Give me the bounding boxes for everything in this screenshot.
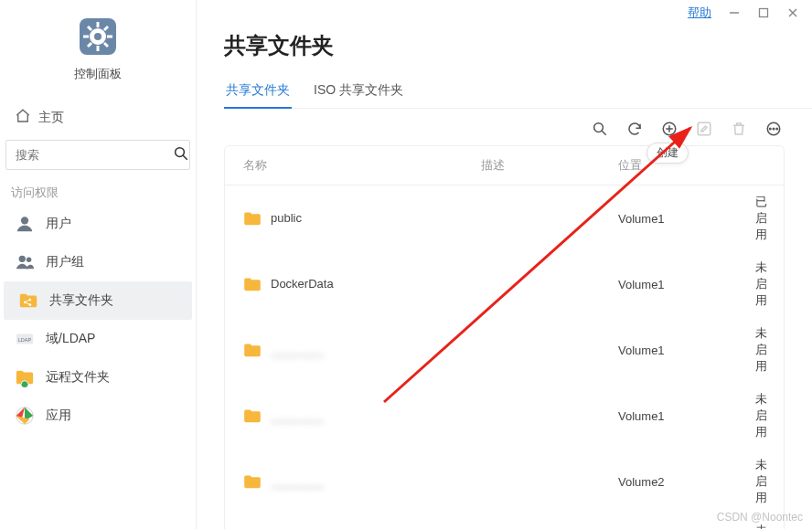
svg-point-17: [21, 217, 28, 224]
table-row[interactable]: DockerDataVolume1未启用: [225, 251, 784, 317]
ldap-icon: LDAP: [15, 329, 35, 349]
app-icon: [78, 16, 118, 57]
row-name: DockerData: [271, 277, 334, 291]
col-loc[interactable]: 位置: [618, 157, 755, 174]
row-status: 未启用: [755, 391, 767, 440]
edit-button[interactable]: [695, 120, 713, 138]
table-row[interactable]: ________Volume1未启用: [225, 383, 784, 449]
folder-icon: [243, 211, 262, 226]
sidebar-item-label: 用户: [46, 216, 71, 232]
tooltip-create: 创建: [646, 143, 689, 164]
sidebar-home-label: 主页: [38, 110, 64, 126]
col-desc[interactable]: 描述: [481, 157, 618, 174]
sidebar-item-remote-folder[interactable]: 远程文件夹: [0, 358, 196, 397]
row-location: Volume1: [618, 278, 755, 291]
page-title: 共享文件夹: [224, 31, 812, 60]
search-icon: [173, 145, 189, 164]
col-status[interactable]: [755, 157, 765, 174]
sidebar-home[interactable]: 主页: [0, 102, 196, 132]
sidebar: 控制面板 主页 访问权限 用户 用户组 共享文件夹 LDAP 域/LDAP 远程…: [0, 0, 197, 529]
app-title: 控制面板: [0, 66, 196, 82]
table-row[interactable]: publicVolume1已启用: [225, 185, 784, 251]
svg-point-38: [776, 128, 778, 130]
row-status: 未启用: [755, 457, 767, 506]
row-name: ________: [271, 408, 324, 422]
sidebar-item-label: 共享文件夹: [49, 292, 113, 309]
home-icon: [15, 108, 31, 127]
svg-point-19: [27, 258, 32, 263]
svg-line-16: [183, 155, 187, 160]
folder-icon: [243, 343, 262, 357]
svg-point-6: [94, 33, 102, 40]
search-button[interactable]: [591, 120, 609, 138]
svg-text:LDAP: LDAP: [18, 337, 32, 343]
sidebar-item-apps[interactable]: 应用: [0, 397, 196, 435]
tabs: 共享文件夹 ISO 共享文件夹: [224, 77, 812, 109]
refresh-button[interactable]: [625, 120, 644, 138]
row-name: ________: [271, 343, 324, 356]
table-header: 名称 描述 位置: [225, 146, 784, 185]
svg-point-29: [594, 123, 604, 132]
folder-icon: [243, 408, 262, 423]
row-location: Volume2: [618, 475, 755, 489]
apps-icon: [15, 406, 35, 426]
row-location: Volume1: [618, 212, 755, 226]
table-row[interactable]: ________Volume1未启用: [225, 514, 784, 529]
sidebar-item-group[interactable]: 用户组: [0, 243, 196, 281]
delete-button[interactable]: [730, 120, 748, 138]
svg-point-36: [770, 128, 772, 130]
row-name: public: [271, 211, 302, 225]
shared-folder-icon: [18, 291, 38, 311]
col-name[interactable]: 名称: [243, 157, 481, 174]
sidebar-item-label: 应用: [46, 407, 71, 424]
toolbar: [224, 109, 812, 145]
remote-folder-icon: [15, 367, 35, 387]
tab-iso-shared-folder[interactable]: ISO 共享文件夹: [312, 77, 405, 108]
group-icon: [15, 252, 35, 272]
svg-point-18: [19, 256, 26, 262]
row-location: Volume1: [618, 344, 755, 357]
sidebar-section-label: 访问权限: [0, 177, 196, 205]
folder-icon: [243, 277, 262, 291]
sidebar-item-ldap[interactable]: LDAP 域/LDAP: [0, 320, 196, 358]
folder-icon: [243, 474, 262, 489]
row-status: 已启用: [755, 194, 767, 243]
search-input[interactable]: [12, 144, 173, 165]
table-row[interactable]: ________Volume1未启用: [225, 317, 784, 383]
row-status: 未启用: [755, 325, 767, 375]
user-icon: [15, 214, 35, 234]
sidebar-item-shared-folder[interactable]: 共享文件夹: [4, 281, 192, 320]
row-status: 未启用: [755, 523, 767, 529]
svg-point-37: [773, 128, 775, 130]
watermark: CSDN @Noontec: [717, 511, 803, 524]
row-name: ________: [271, 474, 324, 488]
sidebar-item-label: 远程文件夹: [46, 369, 110, 386]
tab-shared-folder[interactable]: 共享文件夹: [224, 77, 292, 108]
more-button[interactable]: [764, 120, 783, 138]
sidebar-item-label: 用户组: [46, 254, 84, 270]
main-content: 共享文件夹 共享文件夹 ISO 共享文件夹 名称 描述 位置 publicVol…: [197, 0, 812, 529]
sidebar-item-label: 域/LDAP: [46, 331, 95, 347]
add-button[interactable]: [660, 120, 678, 138]
svg-rect-34: [698, 122, 710, 135]
folder-table: 名称 描述 位置 publicVolume1已启用DockerDataVolum…: [224, 145, 785, 529]
search-box[interactable]: [5, 140, 190, 170]
svg-line-30: [602, 131, 606, 135]
row-location: Volume1: [618, 409, 755, 423]
table-row[interactable]: ________Volume2未启用: [225, 449, 784, 514]
svg-point-15: [176, 148, 185, 157]
sidebar-item-user[interactable]: 用户: [0, 205, 196, 243]
row-status: 未启用: [755, 259, 767, 309]
